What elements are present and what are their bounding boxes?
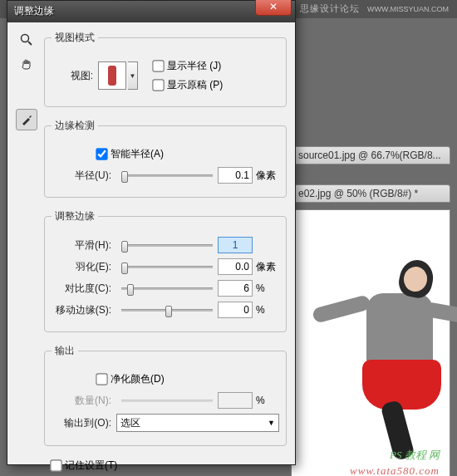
adjust-edge-legend: 调整边缘: [52, 209, 98, 223]
decontaminate-label[interactable]: 净化颜色(D): [111, 372, 165, 386]
output-group: 输出 净化颜色(D) 数量(N): % 输出到(O): 选区 ▼: [44, 344, 287, 446]
contrast-input[interactable]: [218, 280, 253, 297]
edge-detection-legend: 边缘检测: [52, 119, 98, 133]
hand-icon: [20, 58, 33, 71]
output-to-select[interactable]: 选区 ▼: [116, 414, 279, 432]
view-mode-group: 视图模式 视图: ▼ 显示半径 (J) 显示原稿 (P): [44, 31, 287, 107]
svg-point-0: [22, 35, 29, 42]
radius-input[interactable]: [218, 167, 253, 184]
contrast-unit: %: [256, 282, 279, 294]
dialog-title: 调整边缘: [14, 5, 54, 17]
watermark-2: www.tata580.com: [350, 464, 440, 476]
shift-edge-slider[interactable]: [121, 309, 213, 312]
view-thumbnail[interactable]: [98, 61, 126, 90]
smart-radius-label[interactable]: 智能半径(A): [111, 147, 164, 161]
edge-detection-group: 边缘检测 智能半径(A) 半径(U): 像素: [44, 119, 287, 198]
site-text: WWW.MISSYUAN.COM: [367, 5, 449, 13]
hand-tool[interactable]: [16, 54, 37, 76]
document-tab-label: e02.jpg @ 50% (RGB/8#) *: [298, 188, 418, 199]
remember-settings-checkbox[interactable]: [50, 459, 61, 471]
show-original-label[interactable]: 显示原稿 (P): [167, 78, 223, 92]
output-to-label: 输出到(O):: [52, 416, 111, 430]
chevron-down-icon: ▼: [268, 419, 275, 427]
feather-slider[interactable]: [121, 266, 213, 268]
document-tab-1[interactable]: e02.jpg @ 50% (RGB/8#) *: [291, 184, 450, 203]
close-icon: ✕: [269, 1, 278, 12]
radius-unit: 像素: [256, 169, 279, 183]
document-tab-0[interactable]: source01.jpg @ 66.7%(RGB/8...: [291, 146, 450, 164]
brand-text: 思缘设计论坛: [300, 3, 360, 13]
remember-settings-label[interactable]: 记住设置(T): [65, 459, 117, 473]
show-original-checkbox[interactable]: [152, 79, 164, 91]
close-button[interactable]: ✕: [255, 0, 292, 16]
shift-edge-unit: %: [256, 304, 279, 316]
zoom-tool[interactable]: [16, 29, 37, 51]
watermark-1: PS 教程 网: [390, 448, 440, 463]
feather-label: 羽化(E):: [52, 260, 111, 274]
show-radius-checkbox[interactable]: [152, 60, 164, 71]
dialog-titlebar[interactable]: 调整边缘 ✕: [7, 1, 295, 22]
magnifier-icon: [20, 33, 33, 47]
brush-icon: [20, 113, 33, 126]
brush-tool[interactable]: [16, 109, 37, 130]
document-window[interactable]: PS 教程 网 www.tata580.com: [291, 209, 450, 476]
adjust-edge-group: 调整边缘 平滑(H): 羽化(E): 像素 对比度(C): % 移动边缘(S):: [44, 209, 287, 332]
show-radius-label[interactable]: 显示半径 (J): [167, 59, 221, 73]
view-dropdown-arrow[interactable]: ▼: [128, 61, 138, 90]
amount-slider: [121, 400, 213, 402]
view-label: 视图:: [52, 69, 93, 83]
amount-label: 数量(N):: [52, 394, 111, 408]
shift-edge-label: 移动边缘(S):: [52, 303, 111, 317]
feather-input[interactable]: [218, 258, 253, 275]
refine-edge-dialog: 调整边缘 ✕ 视图模式 视图: ▼ 显示半径 (J): [7, 0, 296, 465]
output-legend: 输出: [52, 344, 78, 358]
tools-column: [16, 29, 41, 134]
feather-unit: 像素: [256, 260, 279, 274]
smooth-label: 平滑(H):: [52, 238, 111, 253]
decontaminate-checkbox[interactable]: [96, 373, 107, 385]
contrast-label: 对比度(C):: [52, 282, 111, 296]
view-mode-legend: 视图模式: [52, 31, 98, 45]
contrast-slider[interactable]: [121, 287, 213, 290]
svg-line-1: [28, 42, 32, 45]
smart-radius-checkbox[interactable]: [96, 148, 107, 159]
shift-edge-input[interactable]: [218, 302, 253, 318]
amount-input: [218, 392, 253, 409]
output-to-value: 选区: [120, 416, 140, 430]
smooth-input[interactable]: [218, 237, 253, 253]
radius-label: 半径(U):: [52, 169, 111, 183]
photo-subject: [317, 260, 457, 476]
radius-slider[interactable]: [121, 174, 213, 177]
smooth-slider[interactable]: [121, 244, 213, 247]
document-tab-label: source01.jpg @ 66.7%(RGB/8...: [298, 150, 441, 161]
